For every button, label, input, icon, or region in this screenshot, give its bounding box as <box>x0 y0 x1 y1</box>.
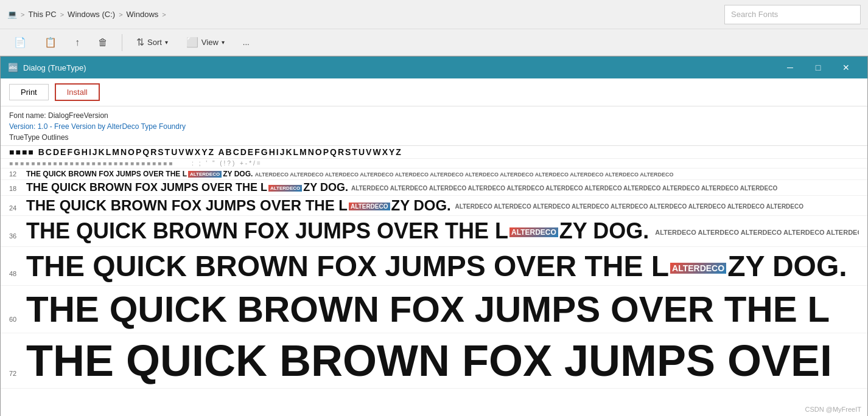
new-icon: 📄 <box>14 36 26 48</box>
alterdeco-repeat-24: ALTERDECO ALTERDECO ALTERDECO ALTERDECO … <box>455 203 803 210</box>
font-name-label: Font name: DialogFreeVersion <box>9 110 859 121</box>
divider <box>122 34 122 51</box>
search-fonts-input[interactable]: Search Fonts <box>724 5 861 24</box>
more-label: ... <box>243 38 250 47</box>
font-type-label: TrueType Outlines <box>9 132 859 143</box>
delete-button[interactable]: 🗑 <box>91 34 114 51</box>
sample-row-60: 60 THE QUICK BROWN FOX JUMPS OVER THE L <box>1 286 867 333</box>
dialog-window-controls: ─ □ ✕ <box>776 57 860 78</box>
copy-button[interactable]: 📋 <box>38 33 63 51</box>
alterdeco-repeat-36: ALTERDECO ALTERDECO ALTERDECO ALTERDECO … <box>655 229 859 236</box>
dialog-actions: Print Install <box>1 78 867 106</box>
sort-chevron-icon: ▾ <box>165 39 168 46</box>
font-info: Font name: DialogFreeVersion Version: 1.… <box>1 106 867 146</box>
alterdeco-badge-18: ALTERDECO <box>268 185 302 192</box>
dialog-body: Print Install Font name: DialogFreeVersi… <box>1 78 867 416</box>
view-icon: ⬜ <box>186 36 198 48</box>
size-label-36: 36 <box>9 232 26 240</box>
new-button[interactable]: 📄 <box>7 33 33 51</box>
sort-button[interactable]: ⇅ Sort ▾ <box>130 33 175 51</box>
more-button[interactable]: ... <box>236 35 256 50</box>
breadcrumb-windows[interactable]: Windows <box>127 10 159 19</box>
sample-text-36: THE QUICK BROWN FOX JUMPS OVER THE LALTE… <box>26 218 859 244</box>
symbols-row: ■■■■■■■■■■■■■■■■■■■■■■■■■■■■■■ : ; ' " (… <box>1 159 867 168</box>
size-label-18: 18 <box>9 185 26 192</box>
preview-area: ■■■■ BCDEFGHIJKLMNOPQRSTUVWXYZ ABCDEFGHI… <box>1 146 867 416</box>
close-button[interactable]: ✕ <box>832 57 860 78</box>
delete-icon: 🗑 <box>98 37 108 48</box>
alterdeco-badge-12: ALTERDECO <box>188 171 222 178</box>
maximize-button[interactable]: □ <box>804 57 832 78</box>
size-label-12: 12 <box>9 170 26 178</box>
search-placeholder: Search Fonts <box>731 10 778 19</box>
sample-row-36: 36 THE QUICK BROWN FOX JUMPS OVER THE LA… <box>1 216 867 247</box>
print-button[interactable]: Print <box>9 84 49 100</box>
sample-text-60: THE QUICK BROWN FOX JUMPS OVER THE L <box>26 288 830 330</box>
size-label-24: 24 <box>9 204 26 212</box>
sample-text-48: THE QUICK BROWN FOX JUMPS OVER THE LALTE… <box>26 249 847 283</box>
view-button[interactable]: ⬜ View ▾ <box>180 33 231 51</box>
sort-label: Sort <box>147 38 162 47</box>
sample-text-12: THE QUICK BROWN FOX JUMPS OVER THE LALTE… <box>26 170 673 178</box>
watermark-text: CSDN @MyFreeIT <box>805 406 861 413</box>
sample-text-18: THE QUICK BROWN FOX JUMPS OVER THE LALTE… <box>26 181 777 194</box>
size-label-72: 72 <box>9 370 26 377</box>
top-toolbar: 💻 > This PC > Windows (C:) > Windows > S… <box>0 0 868 29</box>
sample-row-12: 12 THE QUICK BROWN FOX JUMPS OVER THE LA… <box>1 168 867 180</box>
dialog-title-icon: 🔤 <box>8 63 18 72</box>
alterdeco-badge-24: ALTERDECO <box>349 203 390 210</box>
alterdeco-badge-36: ALTERDECO <box>509 227 558 237</box>
font-dialog: 🔤 Dialog (TrueType) ─ □ ✕ Print Install … <box>0 56 868 416</box>
alterdeco-repeat-18: ALTERDECO ALTERDECO ALTERDECO ALTERDECO … <box>351 185 777 192</box>
symbols-text: ■■■■■■■■■■■■■■■■■■■■■■■■■■■■■■ : ; ' " (… <box>9 160 262 167</box>
install-button[interactable]: Install <box>55 83 100 101</box>
size-label-48: 48 <box>9 270 26 277</box>
alterdeco-badge-48: ALTERDECO <box>670 263 726 274</box>
sample-row-48: 48 THE QUICK BROWN FOX JUMPS OVER THE LA… <box>1 247 867 286</box>
breadcrumb-this-pc[interactable]: This PC <box>28 10 56 19</box>
minimize-button[interactable]: ─ <box>776 57 804 78</box>
view-label: View <box>201 38 219 47</box>
breadcrumb-drive[interactable]: Windows (C:) <box>68 10 115 19</box>
sample-row-72: 72 THE QUICK BROWN FOX JUMPS OVEI <box>1 333 867 389</box>
action-bar: 📄 📋 ↑ 🗑 ⇅ Sort ▾ ⬜ View ▾ ... <box>0 29 868 56</box>
share-icon: ↑ <box>75 37 80 48</box>
share-button[interactable]: ↑ <box>68 34 86 51</box>
sample-row-24: 24 THE QUICK BROWN FOX JUMPS OVER THE LA… <box>1 196 867 216</box>
font-version-label: Version: 1.0 - Free Version by AlterDeco… <box>9 121 859 132</box>
computer-icon: 💻 <box>7 10 17 19</box>
dialog-titlebar: 🔤 Dialog (TrueType) ─ □ ✕ <box>1 57 867 78</box>
alterdeco-repeat-12: ALTERDECO ALTERDECO ALTERDECO ALTERDECO … <box>255 172 674 178</box>
view-chevron-icon: ▾ <box>222 39 225 46</box>
char-display-row: ■■■■ BCDEFGHIJKLMNOPQRSTUVWXYZ ABCDEFGHI… <box>1 146 867 159</box>
sort-icon: ⇅ <box>136 36 144 48</box>
breadcrumb: 💻 > This PC > Windows (C:) > Windows > <box>7 10 724 19</box>
char-display-text: ■■■■ BCDEFGHIJKLMNOPQRSTUVWXYZ ABCDEFGHI… <box>9 147 402 157</box>
sample-row-18: 18 THE QUICK BROWN FOX JUMPS OVER THE LA… <box>1 180 867 196</box>
dialog-title: Dialog (TrueType) <box>23 63 776 72</box>
size-label-60: 60 <box>9 316 26 323</box>
copy-icon: 📋 <box>44 36 57 48</box>
sample-text-72: THE QUICK BROWN FOX JUMPS OVEI <box>26 336 832 386</box>
sample-text-24: THE QUICK BROWN FOX JUMPS OVER THE LALTE… <box>26 197 803 214</box>
